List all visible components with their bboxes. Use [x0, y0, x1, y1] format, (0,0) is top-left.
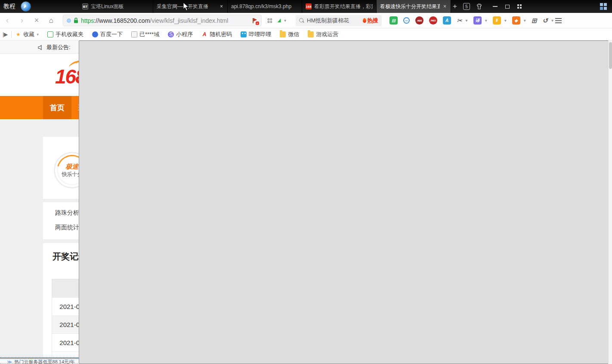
bookmark-item[interactable]: 微信 — [280, 31, 299, 38]
browser-logo-icon[interactable] — [21, 1, 31, 12]
browser-tab[interactable]: 168看彩票开奖结果直播，彩票走 — [302, 0, 377, 13]
desktop-grid-icon[interactable] — [600, 3, 607, 10]
caret-down-icon: ▾ — [551, 18, 553, 23]
caret-down-icon: ▾ — [466, 18, 468, 23]
qr-code-icon[interactable] — [268, 19, 272, 23]
bookmark-item[interactable]: A随机密码 — [201, 31, 232, 38]
undo-icon[interactable]: ↺▾ — [542, 16, 553, 25]
address-bar[interactable]: https://www.1685200.com/view/klsf_jisu/k… — [63, 15, 262, 26]
maximize-icon[interactable] — [505, 5, 510, 9]
site-info-icon[interactable] — [67, 19, 71, 23]
browser-toolbar: ‹ › × ⌂ https://www.1685200.com/view/kls… — [0, 13, 612, 28]
hot-search[interactable]: 热搜 — [363, 17, 378, 25]
shield-a-icon[interactable]: A — [443, 16, 451, 25]
screen: 教程 BT宝塔Linux面板采集官网——开奖直播×api.878qp.cn/k3… — [0, 0, 612, 364]
bookmark-item[interactable]: 游戏运营 — [308, 31, 338, 38]
skin-icon[interactable] — [476, 3, 482, 9]
menu-icon[interactable] — [555, 18, 562, 23]
scissors-icon[interactable]: ✂▾ — [457, 16, 468, 25]
shield-a-icon-glyph: A — [443, 16, 451, 25]
reader-icon[interactable]: ▤ — [389, 16, 398, 25]
search-text[interactable]: HM抵制新疆棉花 — [307, 17, 360, 25]
lock-icon — [74, 18, 78, 23]
gamepad-icon[interactable]: ◆▾ — [512, 16, 526, 25]
quick-link[interactable]: 两面统计 — [55, 224, 79, 231]
apps-grid-icon[interactable]: ⊞ — [532, 16, 537, 25]
abs-icon[interactable]: ABS — [415, 16, 423, 25]
bookmark-label: 随机密码 — [210, 31, 232, 38]
bt-icon: BT — [82, 3, 88, 9]
new-tab-button[interactable]: + — [453, 2, 457, 11]
browser-tab[interactable]: 采集官网——开奖直播× — [153, 0, 228, 13]
bookmark-item[interactable]: 已****域 — [131, 31, 159, 38]
bookmarks-bar: |▶ ★收藏▾手机收藏夹百度一下已****域S小程序A随机密码哔哩哔哩微信游戏运… — [0, 28, 612, 40]
scrollbar-thumb[interactable] — [609, 42, 612, 69]
caret-down-icon: ▾ — [524, 18, 526, 23]
notice-left: 最新公告: — [38, 43, 71, 51]
money-shield-icon[interactable]: ¥▾ — [493, 16, 507, 25]
tab-close-icon[interactable]: × — [219, 3, 224, 9]
boss-key-icon[interactable] — [517, 4, 522, 9]
pro-icon[interactable]: PRO — [429, 16, 437, 25]
notice-label: 最新公告: — [46, 43, 71, 51]
browser-tab[interactable]: api.878qp.cn/k3/msk3.php — [228, 0, 302, 13]
bookmark-item[interactable]: ★收藏▾ — [15, 31, 39, 38]
pause-icon-glyph: − — [403, 17, 410, 24]
browser-tab[interactable]: 看极速快乐十分开奖结果直播× — [377, 0, 451, 13]
tab-title: api.878qp.cn/k3/msk3.php — [231, 3, 298, 9]
tab-close-icon[interactable]: × — [442, 3, 447, 9]
bookmark-item[interactable]: 手机收藏夹 — [47, 31, 83, 38]
pro-icon-glyph: PRO — [429, 16, 437, 25]
divider — [11, 31, 12, 37]
home-button[interactable]: ⌂ — [44, 16, 59, 25]
gamepad-icon-glyph: ◆ — [512, 16, 520, 25]
page-scrollbar[interactable] — [608, 40, 612, 364]
browser-tab[interactable]: BT宝塔Linux面板 — [79, 0, 153, 13]
pause-icon[interactable]: − — [403, 17, 410, 24]
system-label: 教程 — [3, 3, 15, 10]
flag-blocked-icon[interactable]: x — [252, 18, 258, 24]
translate-icon[interactable]: 译▾ — [473, 16, 487, 25]
app168-icon: 168 — [306, 3, 312, 9]
bookmark-label: 收藏 — [23, 31, 34, 38]
folder-icon — [308, 31, 314, 37]
tab-title: 看彩票开奖结果直播，彩票走 — [314, 3, 373, 10]
url-text: https://www.1685200.com/view/klsf_jisu/k… — [81, 17, 228, 24]
search-box[interactable]: HM抵制新疆棉花 热搜 — [296, 15, 382, 26]
quick-link[interactable]: 路珠分析 — [55, 209, 79, 217]
forward-button[interactable]: › — [15, 16, 29, 25]
page-icon — [131, 31, 137, 37]
caret-down-icon: ▾ — [37, 32, 39, 37]
bookmark-label: 游戏运营 — [316, 31, 338, 38]
pwd-icon: A — [201, 31, 207, 37]
translate-icon-glyph: 译 — [473, 16, 482, 25]
bookmark-item[interactable]: S小程序 — [168, 31, 193, 38]
speaker-icon — [38, 45, 43, 50]
lightning-icon[interactable] — [278, 19, 282, 22]
bookmark-item[interactable]: 哔哩哔哩 — [241, 31, 271, 38]
tab-count-badge[interactable]: 5 — [463, 3, 470, 10]
reader-icon-glyph: ▤ — [389, 16, 398, 25]
folder-icon — [280, 31, 286, 37]
url-host: ://www.1685200.com — [94, 17, 150, 24]
tab-title: 宝塔Linux面板 — [91, 3, 149, 10]
star-icon: ★ — [15, 31, 21, 37]
stop-button[interactable]: × — [29, 16, 44, 25]
flame-icon — [363, 18, 366, 23]
sidebar-toggle-icon[interactable]: |▶ — [3, 31, 8, 37]
abs-icon-glyph: ABS — [415, 16, 423, 25]
mouse-cursor — [182, 2, 189, 11]
browser-tab-bar: 教程 BT宝塔Linux面板采集官网——开奖直播×api.878qp.cn/k3… — [0, 0, 612, 13]
chevron-down-icon[interactable]: ▾ — [284, 18, 286, 23]
hot-search-label: 热搜 — [367, 17, 378, 25]
apps-grid-icon-glyph: ⊞ — [532, 16, 537, 25]
minimize-icon[interactable] — [493, 6, 498, 7]
undo-icon-glyph: ↺ — [542, 16, 548, 25]
nav-item[interactable]: 首页 — [43, 96, 71, 119]
money-shield-icon-glyph: ¥ — [493, 16, 501, 25]
bookmark-item[interactable]: 百度一下 — [92, 31, 123, 38]
url-path: /view/klsf_jisu/klsf_index.html — [150, 17, 228, 24]
caret-down-icon: ▾ — [504, 18, 507, 23]
back-button[interactable]: ‹ — [0, 16, 15, 25]
caret-down-icon: ▾ — [485, 18, 487, 23]
